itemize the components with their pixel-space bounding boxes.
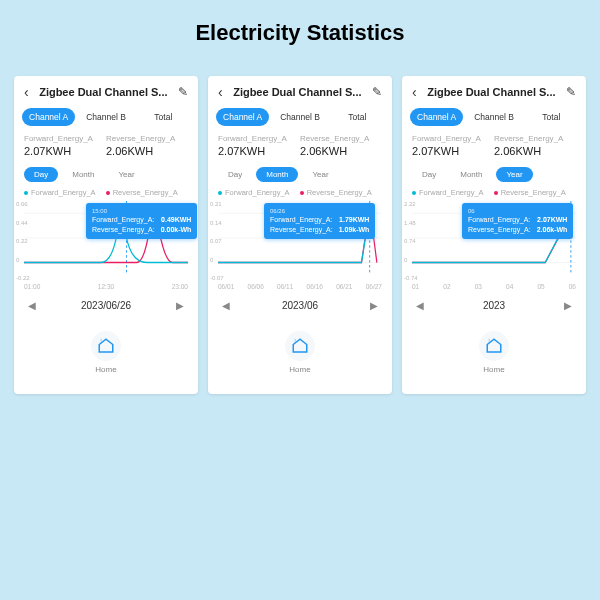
y-tick: 0.22 [16, 238, 30, 244]
x-tick: 03 [475, 283, 482, 290]
chart-tooltip: 15:00 Forward_Energy_A:0.49KWH Reverse_E… [86, 203, 197, 239]
screen-title: Zigbee Dual Channel S... [35, 86, 172, 98]
screen-title: Zigbee Dual Channel S... [423, 86, 560, 98]
y-tick: 0 [16, 257, 30, 263]
x-tick: 06/01 [218, 283, 234, 290]
x-tick: 06/16 [307, 283, 323, 290]
channel-tab[interactable]: Channel A [410, 108, 463, 126]
y-tick: 0.74 [404, 238, 418, 244]
legend-forward: Forward_Energy_A [412, 188, 484, 197]
period-tab[interactable]: Month [450, 167, 492, 182]
forward-energy-label: Forward_Energy_A [412, 134, 494, 143]
chart-tooltip: 06 Forward_Energy_A:2.07KWH Reverse_Ener… [462, 203, 573, 239]
y-tick: 0.14 [210, 220, 224, 226]
forward-energy-value: 2.07KWH [24, 145, 106, 157]
period-tab[interactable]: Day [24, 167, 58, 182]
x-tick: 05 [537, 283, 544, 290]
channel-tab[interactable]: Channel B [273, 108, 326, 126]
channel-tab[interactable]: Channel B [467, 108, 520, 126]
legend-forward: Forward_Energy_A [24, 188, 96, 197]
legend-reverse: Reverse_Energy_A [494, 188, 566, 197]
x-tick: 06 [569, 283, 576, 290]
channel-tab[interactable]: Total [525, 108, 578, 126]
reverse-energy-label: Reverse_Energy_A [494, 134, 576, 143]
phone-screen: ‹ Zigbee Dual Channel S... ✎Channel ACha… [402, 76, 586, 394]
edit-icon[interactable]: ✎ [178, 85, 188, 99]
x-tick: 02 [443, 283, 450, 290]
x-tick: 04 [506, 283, 513, 290]
x-tick: 23:00 [172, 283, 188, 290]
reverse-energy-label: Reverse_Energy_A [300, 134, 382, 143]
phone-screen: ‹ Zigbee Dual Channel S... ✎Channel ACha… [208, 76, 392, 394]
screen-title: Zigbee Dual Channel S... [229, 86, 366, 98]
prev-date-button[interactable]: ◀ [416, 300, 424, 311]
energy-chart[interactable]: 2.221.480.740-0.74 06 Forward_Energy_A:2… [402, 201, 586, 281]
reverse-energy-value: 2.06KWH [300, 145, 382, 157]
y-tick: 0 [404, 257, 418, 263]
chart-tooltip: 06/26 Forward_Energy_A:1.79KWH Reverse_E… [264, 203, 375, 239]
edit-icon[interactable]: ✎ [372, 85, 382, 99]
period-tab[interactable]: Year [496, 167, 532, 182]
x-tick: 06/27 [366, 283, 382, 290]
x-tick: 06/06 [248, 283, 264, 290]
reverse-energy-value: 2.06KWH [494, 145, 576, 157]
back-icon[interactable]: ‹ [218, 84, 223, 100]
home-label: Home [95, 365, 116, 374]
x-tick: 06/21 [336, 283, 352, 290]
prev-date-button[interactable]: ◀ [28, 300, 36, 311]
date-label: 2023 [483, 300, 505, 311]
edit-icon[interactable]: ✎ [566, 85, 576, 99]
y-tick: 0.44 [16, 220, 30, 226]
back-icon[interactable]: ‹ [412, 84, 417, 100]
forward-energy-value: 2.07KWH [218, 145, 300, 157]
x-tick: 12:30 [98, 283, 114, 290]
y-tick: 2.22 [404, 201, 418, 207]
next-date-button[interactable]: ▶ [370, 300, 378, 311]
y-tick: 1.48 [404, 220, 418, 226]
period-tab[interactable]: Year [108, 167, 144, 182]
back-icon[interactable]: ‹ [24, 84, 29, 100]
channel-tab[interactable]: Channel A [22, 108, 75, 126]
legend-reverse: Reverse_Energy_A [300, 188, 372, 197]
page-title: Electricity Statistics [0, 0, 600, 76]
date-label: 2023/06 [282, 300, 318, 311]
x-tick: 01:00 [24, 283, 40, 290]
y-tick: -0.07 [210, 275, 224, 281]
period-tab[interactable]: Day [412, 167, 446, 182]
channel-tab[interactable]: Channel A [216, 108, 269, 126]
home-icon[interactable] [479, 331, 509, 361]
y-tick: 0.07 [210, 238, 224, 244]
next-date-button[interactable]: ▶ [564, 300, 572, 311]
x-tick: 06/11 [277, 283, 293, 290]
energy-chart[interactable]: 0.660.440.220-0.22 15:00 Forward_Energy_… [14, 201, 198, 281]
forward-energy-value: 2.07KWH [412, 145, 494, 157]
period-tab[interactable]: Year [302, 167, 338, 182]
date-label: 2023/06/26 [81, 300, 131, 311]
next-date-button[interactable]: ▶ [176, 300, 184, 311]
home-icon[interactable] [91, 331, 121, 361]
legend-forward: Forward_Energy_A [218, 188, 290, 197]
energy-chart[interactable]: 0.210.140.070-0.07 06/26 Forward_Energy_… [208, 201, 392, 281]
x-tick: 01 [412, 283, 419, 290]
period-tab[interactable]: Month [256, 167, 298, 182]
y-tick: 0.21 [210, 201, 224, 207]
legend-reverse: Reverse_Energy_A [106, 188, 178, 197]
channel-tab[interactable]: Total [137, 108, 190, 126]
y-tick: 0.66 [16, 201, 30, 207]
reverse-energy-label: Reverse_Energy_A [106, 134, 188, 143]
y-tick: -0.22 [16, 275, 30, 281]
home-icon[interactable] [285, 331, 315, 361]
y-tick: 0 [210, 257, 224, 263]
reverse-energy-value: 2.06KWH [106, 145, 188, 157]
home-label: Home [289, 365, 310, 374]
prev-date-button[interactable]: ◀ [222, 300, 230, 311]
forward-energy-label: Forward_Energy_A [24, 134, 106, 143]
forward-energy-label: Forward_Energy_A [218, 134, 300, 143]
y-tick: -0.74 [404, 275, 418, 281]
home-label: Home [483, 365, 504, 374]
period-tab[interactable]: Day [218, 167, 252, 182]
phone-screen: ‹ Zigbee Dual Channel S... ✎Channel ACha… [14, 76, 198, 394]
channel-tab[interactable]: Total [331, 108, 384, 126]
channel-tab[interactable]: Channel B [79, 108, 132, 126]
period-tab[interactable]: Month [62, 167, 104, 182]
